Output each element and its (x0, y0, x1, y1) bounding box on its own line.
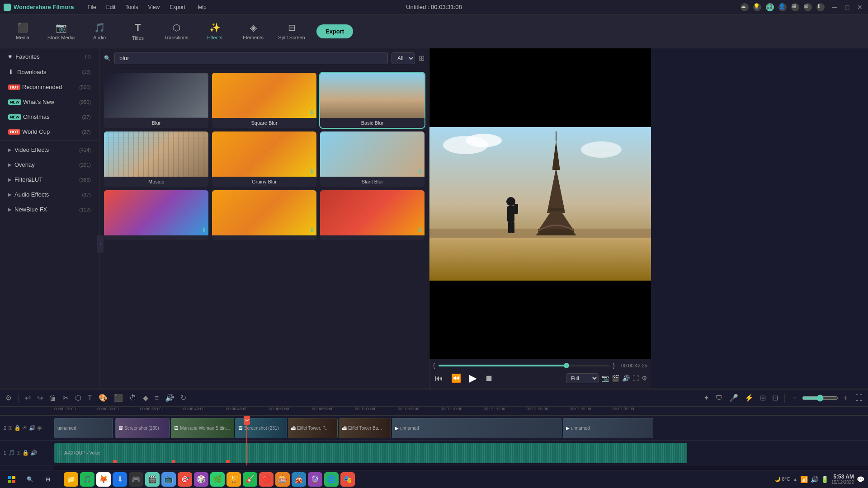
clip-man-woman[interactable]: 🖼 Man and Woman Sitting... (171, 418, 234, 438)
effect-card-7[interactable]: ⬇ (104, 190, 208, 240)
redo-button[interactable]: ↪ (35, 393, 45, 403)
download-icon[interactable]: ⬇ (816, 3, 825, 11)
start-button[interactable] (4, 471, 20, 488)
effect-card-slant-blur[interactable]: ⬇ Slant Blur (320, 131, 425, 187)
zoom-slider[interactable] (802, 394, 838, 402)
stop-button[interactable]: ⏹ (483, 373, 495, 384)
rotate-button[interactable]: ↻ (179, 393, 188, 403)
track-add-button[interactable]: ⊞ (758, 393, 768, 403)
filter-select[interactable]: All (392, 52, 415, 64)
step-back-button[interactable]: ⏪ (449, 372, 463, 384)
app3[interactable]: 🎲 (194, 472, 208, 487)
mark-out-icon[interactable]: } (613, 362, 615, 369)
rewind-button[interactable]: ⏮ (433, 373, 445, 384)
menu-tools[interactable]: Tools (121, 3, 142, 11)
diamond-button[interactable]: ◆ (141, 393, 150, 403)
track2-lock-button[interactable]: 🔒 (14, 425, 21, 431)
track1-vol-button[interactable]: 🔊 (30, 450, 37, 456)
sidebar-item-audio-effects[interactable]: ▶ Audio Effects (37) (3, 188, 96, 202)
settings-tl-button[interactable]: ⚙ (4, 393, 14, 403)
track2-add-button[interactable]: ⊞ (8, 425, 13, 431)
maximize-button[interactable]: □ (843, 3, 852, 12)
app8[interactable]: 🎰 (275, 472, 290, 487)
sidebar-item-recommended[interactable]: HOT Recommended (500) (3, 80, 96, 94)
mark-in-icon[interactable]: { (433, 362, 435, 369)
codec-app[interactable]: 📺 (161, 472, 176, 487)
clock[interactable]: 5:53 AM 15/12/2022 (831, 474, 854, 485)
clip-unnamed3[interactable]: ▶ unnamed (563, 418, 653, 438)
sidebar-item-christmas[interactable]: NEW Christmas (27) (3, 110, 96, 124)
task-view-button[interactable]: ⊟ (40, 471, 56, 488)
shield-button[interactable]: 🛡 (714, 393, 725, 403)
effect-card-8[interactable]: ⬇ (212, 190, 316, 240)
zoom-out-button[interactable]: − (789, 393, 800, 403)
crop-button[interactable]: ⬡ (73, 393, 83, 403)
snapshot-button[interactable]: 📷 (601, 375, 609, 382)
track2-vol-button[interactable]: 🔊 (29, 425, 36, 431)
transitions-button[interactable]: ⬡ Transitions (158, 17, 194, 46)
sliders-button[interactable]: ⚡ (743, 393, 755, 403)
clip-audio1[interactable]: 🎵 A-GROUP - Volve (54, 443, 687, 463)
fullscreen-tl-button[interactable]: ⛶ (854, 393, 864, 403)
audio-mix-button[interactable]: 🔊 (163, 393, 176, 403)
text-button[interactable]: T (86, 393, 94, 403)
special-btn1[interactable]: ✦ (702, 393, 711, 403)
effect-card-9[interactable]: ⬇ (320, 190, 425, 240)
app7[interactable]: 🔴 (259, 472, 274, 487)
clip-screenshot231[interactable]: 🖼 Screenshot (231) (235, 418, 287, 438)
menu-edit[interactable]: Edit (102, 3, 120, 11)
effect-card-mosaic[interactable]: Mosaic (104, 131, 208, 187)
mic-button[interactable]: 🎤 (727, 393, 740, 403)
game-app[interactable]: 🎮 (129, 472, 143, 487)
panel-collapse-button[interactable]: ‹ (97, 235, 99, 253)
search-input[interactable] (114, 52, 388, 64)
color-button[interactable]: 🎨 (97, 393, 109, 403)
settings-button[interactable]: ⚙ (642, 375, 647, 382)
track1-add-button[interactable]: ⊞ (16, 450, 21, 456)
zoom-in-button[interactable]: + (840, 393, 851, 403)
effect-card-square-blur[interactable]: ⬇ Square Blur (212, 73, 316, 128)
equalizer-button[interactable]: ≡ (153, 393, 160, 403)
progress-bar[interactable] (439, 365, 609, 366)
app2[interactable]: 🎯 (178, 472, 192, 487)
sidebar-item-newblue-fx[interactable]: ▶ NewBlue FX (112) (3, 202, 96, 216)
sidebar-item-downloads[interactable]: ⬇ Downloads (13) (3, 65, 96, 79)
track1-lock-button[interactable]: 🔒 (22, 450, 29, 456)
app10[interactable]: 🔮 (308, 472, 322, 487)
quality-select[interactable]: Full Half Quarter (566, 373, 599, 383)
delete-button[interactable]: 🗑 (47, 393, 58, 403)
camera-button[interactable]: 🎬 (612, 375, 619, 382)
sidebar-item-video-effects[interactable]: ▶ Video Effects (414) (3, 143, 96, 157)
media-button[interactable]: ⬛ Media (5, 17, 41, 46)
effect-card-basic-blur[interactable]: Basic Blur (320, 73, 425, 128)
volume-button[interactable]: 🔊 (622, 375, 630, 382)
sidebar-item-filter-lut[interactable]: ▶ Filter&LUT (366) (3, 173, 96, 187)
search-taskbar-button[interactable]: 🔍 (22, 471, 38, 488)
audio-button[interactable]: 🎵 Audio (81, 17, 118, 46)
speaker-icon[interactable]: 🔊 (811, 476, 818, 483)
explorer-app[interactable]: 📁 (64, 472, 78, 487)
download-app[interactable]: ⬇ (113, 472, 127, 487)
effects-button[interactable]: ✨ Effects (197, 17, 233, 46)
sidebar-item-overlay[interactable]: ▶ Overlay (201) (3, 158, 96, 172)
scissors-button[interactable]: ✂ (61, 393, 71, 403)
menu-help[interactable]: Help (191, 3, 211, 11)
app11[interactable]: 🌀 (324, 472, 339, 487)
notifications-icon[interactable]: 💬 (857, 476, 864, 483)
app9[interactable]: 🎪 (292, 472, 306, 487)
stock-media-button[interactable]: 📷 Stock Media (43, 17, 79, 46)
headphones-icon[interactable]: 🎧 (766, 3, 774, 11)
app6[interactable]: 🎸 (243, 472, 257, 487)
chrome-app[interactable]: 🦊 (96, 472, 111, 487)
sidebar-item-whatsnew[interactable]: NEW What's New (950) (3, 95, 96, 109)
app5[interactable]: 🏆 (226, 472, 241, 487)
close-button[interactable]: ✕ (855, 3, 864, 12)
bulb-icon[interactable]: 💡 (753, 3, 761, 11)
user-avatar[interactable]: 👤 (778, 3, 787, 11)
monitor-icon[interactable]: 🖥 (791, 3, 799, 11)
play-button[interactable]: ▶ (467, 371, 479, 385)
split-screen-button[interactable]: ⊟ Split Screen (274, 17, 310, 46)
clip-eiffel-ba[interactable]: 🏙 Eiffel Tower Ba... (339, 418, 391, 438)
menu-view[interactable]: View (143, 3, 164, 11)
app4[interactable]: 🌿 (210, 472, 225, 487)
